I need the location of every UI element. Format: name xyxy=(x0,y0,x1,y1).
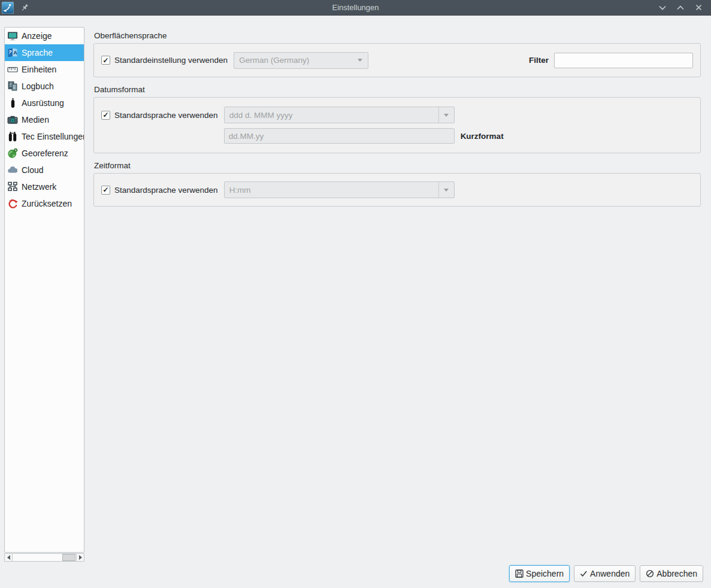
sidebar-item-netzwerk[interactable]: Netzwerk xyxy=(5,178,84,195)
short-format-label: Kurzformat xyxy=(461,132,504,141)
close-icon xyxy=(695,4,702,11)
apply-button-label: Anwenden xyxy=(590,569,630,578)
cancel-icon xyxy=(646,569,654,578)
maximize-button[interactable] xyxy=(675,2,686,13)
sidebar-item-label: Einheiten xyxy=(22,65,56,74)
section-title-time-format: Zeitformat xyxy=(94,161,701,170)
scroll-left-button[interactable] xyxy=(4,553,13,562)
sidebar-item-label: Georeferenz xyxy=(22,148,68,158)
close-button[interactable] xyxy=(693,2,704,13)
pin-icon xyxy=(20,4,29,12)
apply-icon xyxy=(580,570,588,577)
window-controls xyxy=(657,2,711,13)
date-use-default-language-checkbox[interactable]: ✓ Standardsprache verwenden xyxy=(101,111,218,120)
sidebar-item-label: Anzeige xyxy=(22,31,52,41)
save-icon xyxy=(515,569,524,578)
display-icon xyxy=(7,31,18,41)
subsurface-logo-icon xyxy=(2,2,14,14)
sidebar-item-label: Sprache xyxy=(22,48,53,57)
network-icon xyxy=(7,181,18,192)
translate-icon: A xyxy=(7,47,18,58)
twin-tanks-icon xyxy=(7,131,18,142)
save-button-label: Speichern xyxy=(526,569,564,578)
sidebar-item-label: Cloud xyxy=(22,165,44,175)
surface-language-group: ✓ Standardeinstellung verwenden German (… xyxy=(93,43,701,77)
chevron-down-icon xyxy=(659,5,666,10)
language-filter-input[interactable] xyxy=(554,53,693,68)
sidebar-item-medien[interactable]: Medien xyxy=(5,111,84,128)
ruler-icon xyxy=(7,64,18,75)
language-settings-panel: Oberflächensprache ✓ Standardeinstellung… xyxy=(93,27,701,207)
checkbox-checked-icon: ✓ xyxy=(101,186,110,195)
scrollbar-thumb[interactable] xyxy=(62,554,75,561)
tank-icon xyxy=(7,98,18,108)
use-default-setting-label: Standardeinstellung verwenden xyxy=(114,56,228,65)
sidebar-item-tec-einstellungen[interactable]: Tec Einstellungen xyxy=(5,128,84,145)
chevron-up-icon xyxy=(677,5,684,10)
date-format-group: ✓ Standardsprache verwenden ddd d. MMM y… xyxy=(93,97,701,153)
sidebar-item-label: Netzwerk xyxy=(22,182,56,192)
chevron-down-icon xyxy=(358,59,362,62)
settings-category-list: Anzeige A Sprache Einheiten Logbuch xyxy=(4,27,84,553)
sidebar-item-label: Ausrüstung xyxy=(22,98,64,108)
scrollbar-track[interactable] xyxy=(13,553,76,562)
titlebar: Einstellungen xyxy=(0,0,711,16)
date-format-value: ddd d. MMM yyyy xyxy=(225,111,438,120)
time-use-default-language-checkbox[interactable]: ✓ Standardsprache verwenden xyxy=(101,186,218,195)
sidebar-item-sprache[interactable]: A Sprache xyxy=(5,44,84,61)
sidebar-item-einheiten[interactable]: Einheiten xyxy=(5,61,84,78)
sidebar-item-zuruecksetzen[interactable]: Zurücksetzen xyxy=(5,195,84,212)
reset-icon xyxy=(7,198,18,209)
triangle-right-icon xyxy=(79,555,82,560)
date-format-dropdown: ddd d. MMM yyyy xyxy=(224,107,455,123)
sidebar-item-label: Logbuch xyxy=(22,81,54,91)
section-title-surface-language: Oberflächensprache xyxy=(94,31,701,40)
sidebar-item-ausruestung[interactable]: Ausrüstung xyxy=(5,95,84,111)
sidebar-item-georeferenz[interactable]: Georeferenz xyxy=(5,145,84,162)
checkbox-checked-icon: ✓ xyxy=(101,111,110,120)
ui-language-dropdown: German (Germany) xyxy=(234,52,368,69)
sidebar-horizontal-scrollbar xyxy=(4,553,84,562)
sidebar-item-label: Tec Einstellungen xyxy=(22,132,84,141)
dialog-buttons: Speichern Anwenden Abbrechen xyxy=(509,565,703,582)
time-format-value: H:mm xyxy=(225,186,438,195)
apply-button[interactable]: Anwenden xyxy=(574,565,636,582)
save-button[interactable]: Speichern xyxy=(509,565,570,582)
date-use-default-language-label: Standardsprache verwenden xyxy=(114,111,218,120)
sidebar-item-label: Medien xyxy=(22,115,49,125)
minimize-button[interactable] xyxy=(657,2,668,13)
section-title-date-format: Datumsformat xyxy=(94,85,701,94)
camera-icon xyxy=(7,114,18,125)
checkbox-checked-icon: ✓ xyxy=(101,56,110,65)
date-short-format-input xyxy=(224,128,455,144)
svg-text:A: A xyxy=(13,50,17,56)
window-title: Einstellungen xyxy=(0,3,711,12)
sidebar-item-logbuch[interactable]: Logbuch xyxy=(5,78,84,95)
cancel-button-label: Abbrechen xyxy=(656,569,697,578)
filter-label: Filter xyxy=(529,56,549,65)
chevron-down-icon xyxy=(444,114,449,117)
triangle-left-icon xyxy=(7,555,10,560)
sidebar-item-anzeige[interactable]: Anzeige xyxy=(5,28,84,44)
time-format-group: ✓ Standardsprache verwenden H:mm xyxy=(93,173,701,207)
ui-language-value: German (Germany) xyxy=(234,56,352,65)
globe-icon xyxy=(7,148,18,159)
cloud-icon xyxy=(7,165,18,175)
time-format-dropdown: H:mm xyxy=(224,181,455,198)
logbook-icon xyxy=(7,81,18,92)
sidebar-item-cloud[interactable]: Cloud xyxy=(5,162,84,178)
chevron-down-icon xyxy=(444,189,449,192)
use-default-setting-checkbox[interactable]: ✓ Standardeinstellung verwenden xyxy=(101,56,228,65)
time-use-default-language-label: Standardsprache verwenden xyxy=(114,186,218,195)
cancel-button[interactable]: Abbrechen xyxy=(640,565,703,582)
sidebar-item-label: Zurücksetzen xyxy=(22,199,72,208)
scroll-right-button[interactable] xyxy=(76,553,84,562)
